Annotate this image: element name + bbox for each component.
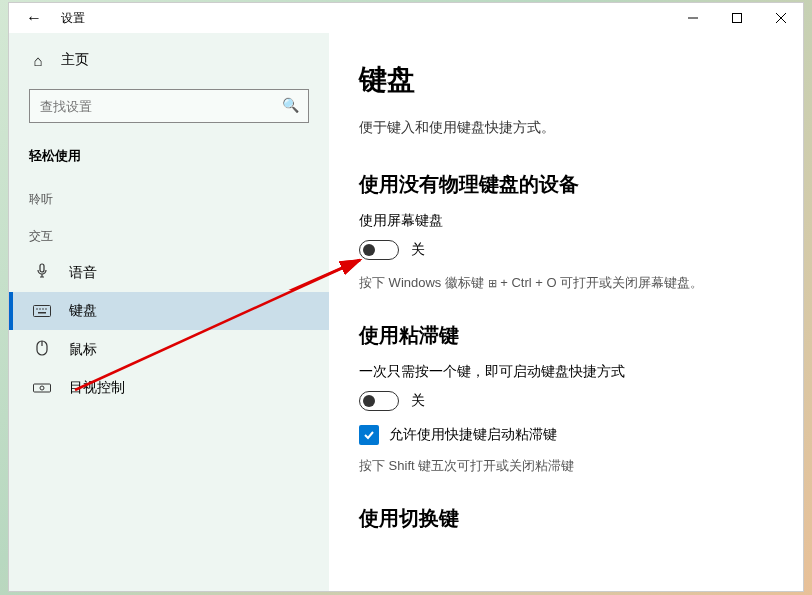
- maximize-icon: [732, 13, 742, 23]
- minimize-button[interactable]: [671, 3, 715, 33]
- home-link[interactable]: ⌂ 主页: [9, 43, 329, 77]
- group-listening: 聆听: [9, 179, 329, 216]
- section-onscreen-keyboard: 使用没有物理键盘的设备: [359, 171, 773, 198]
- svg-point-8: [42, 308, 44, 310]
- main-content: 键盘 便于键入和使用键盘快捷方式。 使用没有物理键盘的设备 使用屏幕键盘 关 按…: [329, 33, 803, 591]
- section-toggle-keys: 使用切换键: [359, 505, 773, 532]
- window-title: 设置: [61, 10, 85, 27]
- toggle-state: 关: [411, 241, 425, 259]
- section-heading: 轻松使用: [9, 141, 329, 179]
- home-icon: ⌂: [29, 52, 47, 69]
- sidebar-item-mouse[interactable]: 鼠标: [9, 330, 329, 369]
- onscreen-keyboard-toggle[interactable]: [359, 240, 399, 260]
- sidebar-item-eye-control[interactable]: 目视控制: [9, 369, 329, 407]
- section-sticky-keys: 使用粘滞键: [359, 322, 773, 349]
- svg-rect-4: [40, 264, 44, 272]
- nav-label: 语音: [69, 264, 97, 282]
- mic-icon: [33, 263, 51, 282]
- page-description: 便于键入和使用键盘快捷方式。: [359, 119, 773, 137]
- windows-logo-icon: ⊞: [488, 277, 497, 289]
- maximize-button[interactable]: [715, 3, 759, 33]
- svg-rect-13: [34, 384, 51, 392]
- checkbox-label: 允许使用快捷键启动粘滞键: [389, 426, 557, 444]
- search-input[interactable]: [29, 89, 309, 123]
- minimize-icon: [688, 13, 698, 23]
- sticky-keys-toggle[interactable]: [359, 391, 399, 411]
- svg-rect-1: [733, 14, 742, 23]
- checkmark-icon: [363, 429, 375, 441]
- onscreen-keyboard-hint: 按下 Windows 徽标键 ⊞ + Ctrl + O 可打开或关闭屏幕键盘。: [359, 274, 773, 292]
- nav-label: 鼠标: [69, 341, 97, 359]
- svg-rect-10: [38, 312, 46, 314]
- svg-point-7: [39, 308, 41, 310]
- close-button[interactable]: [759, 3, 803, 33]
- nav-label: 目视控制: [69, 379, 125, 397]
- home-label: 主页: [61, 51, 89, 69]
- eye-icon: [33, 380, 51, 397]
- svg-point-6: [36, 308, 38, 310]
- group-interaction: 交互: [9, 216, 329, 253]
- nav-label: 键盘: [69, 302, 97, 320]
- onscreen-keyboard-label: 使用屏幕键盘: [359, 212, 773, 230]
- svg-point-9: [45, 308, 47, 310]
- svg-point-14: [40, 386, 44, 390]
- keyboard-icon: [33, 303, 51, 320]
- sidebar-item-keyboard[interactable]: 键盘: [9, 292, 329, 330]
- mouse-icon: [33, 340, 51, 359]
- sidebar-item-speech[interactable]: 语音: [9, 253, 329, 292]
- toggle-state: 关: [411, 392, 425, 410]
- svg-rect-5: [34, 305, 51, 316]
- sticky-shortcut-checkbox[interactable]: [359, 425, 379, 445]
- sticky-keys-hint: 按下 Shift 键五次可打开或关闭粘滞键: [359, 457, 773, 475]
- back-button[interactable]: ←: [19, 9, 49, 27]
- close-icon: [776, 13, 786, 23]
- page-title: 键盘: [359, 61, 773, 99]
- sticky-keys-label: 一次只需按一个键，即可启动键盘快捷方式: [359, 363, 773, 381]
- sidebar: ⌂ 主页 🔍 轻松使用 聆听 交互 语音 键盘: [9, 33, 329, 591]
